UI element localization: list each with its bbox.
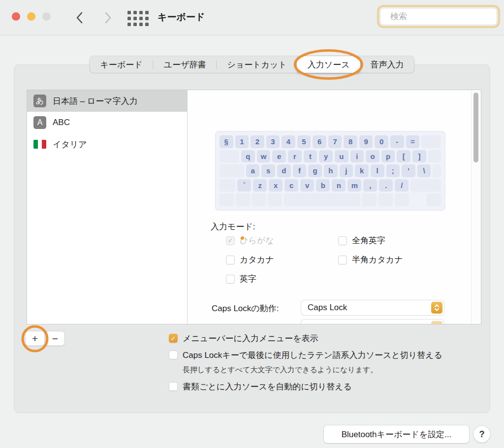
tab-label: ショートカット [227, 59, 286, 70]
input-sources-panel: あ日本語 – ローマ字入力AABCイタリア §1234567890-=qwert… [27, 90, 481, 324]
zoom-window-button[interactable] [42, 12, 51, 21]
arrow-keys-split-key [411, 193, 425, 206]
source-detail-panel: §1234567890-=qwertyuiop[]asdfghjkl;'\`zx… [188, 90, 481, 324]
detail-scrollbar-thumb[interactable] [473, 93, 478, 162]
plus-icon: + [32, 333, 38, 345]
tab-user-dictionary[interactable]: ユーザ辞書 [154, 56, 217, 73]
search-input[interactable] [389, 11, 500, 22]
key: 8 [344, 135, 357, 148]
option-label: Caps Lockキーで最後に使用したラテン語系入力ソースと切り替える [183, 350, 442, 361]
add-input-source-button[interactable]: + [26, 331, 44, 346]
key: w [257, 150, 271, 163]
checkbox-checked[interactable]: ✓ [226, 236, 235, 245]
grid-dot [127, 17, 131, 20]
option-label: メニューバーに入力メニューを表示 [183, 333, 318, 344]
key: 4 [282, 135, 295, 148]
checkbox-unchecked[interactable] [338, 256, 347, 264]
key: [ [397, 150, 410, 163]
key: l [371, 164, 384, 177]
tab-dictation[interactable]: 音声入力 [360, 56, 414, 73]
checkbox-unchecked[interactable] [226, 275, 235, 284]
show-all-preferences-grid-icon[interactable] [127, 11, 149, 25]
source-row-abc[interactable]: AABC [27, 112, 187, 133]
grid-dot [127, 11, 131, 14]
window-titlebar: キーボード [0, 0, 504, 35]
key: c [284, 179, 298, 192]
key: e [272, 150, 286, 163]
key: \ [417, 164, 431, 177]
back-button[interactable] [72, 9, 87, 26]
checkbox-unchecked[interactable] [338, 236, 347, 245]
key: r [288, 150, 302, 163]
minimize-window-button[interactable] [27, 12, 35, 21]
tab-label: キーボード [100, 59, 142, 70]
source-row-italian[interactable]: イタリア [27, 133, 187, 155]
key: / [395, 179, 409, 192]
keyboard-row: §1234567890-= [220, 135, 441, 148]
blank-key [428, 150, 441, 163]
close-window-button[interactable] [12, 12, 20, 21]
checkbox-checked[interactable]: ✓ [169, 334, 178, 343]
option-auto-switch-per-document: 書類ごとに入力ソースを自動的に切り替える [169, 381, 494, 392]
blank-key [362, 193, 377, 206]
keyboard-row: asdfghjkl;'\ [220, 164, 441, 177]
caps-lock-behavior-dropdown[interactable]: Caps Lock [301, 300, 444, 315]
key: h [324, 164, 338, 177]
input-mode-options: ✓ひらがなカタカナ英字全角英字半角カタカナ [226, 235, 421, 285]
keyboard-row: `zxcvbnm,./ [220, 179, 441, 192]
key: 3 [266, 135, 280, 148]
setup-bluetooth-keyboard-button[interactable]: Bluetoothキーボードを設定... [324, 425, 469, 443]
tab-keyboard[interactable]: キーボード [90, 56, 153, 73]
key: k [355, 164, 369, 177]
key: = [406, 135, 420, 148]
input-mode-option: 半角カタカナ [338, 254, 421, 265]
blank-key [410, 179, 441, 192]
search-field[interactable] [380, 8, 497, 25]
key: 0 [375, 135, 388, 148]
grid-dot [127, 23, 131, 26]
detail-scrollbar-track[interactable] [471, 90, 481, 324]
key: 9 [359, 135, 373, 148]
key: . [379, 179, 393, 192]
key: o [366, 150, 379, 163]
source-label: 日本語 – ローマ字入力 [53, 96, 138, 107]
key: v [300, 179, 314, 192]
input-mode-option-label: カタカナ [240, 254, 274, 265]
keyboard-row [220, 193, 441, 206]
checkbox-unchecked[interactable] [169, 382, 178, 391]
source-label: ABC [53, 118, 70, 128]
input-source-badge-icon: あ [33, 95, 46, 107]
key: 5 [297, 135, 311, 148]
grid-dot [145, 17, 149, 20]
checkbox-unchecked[interactable] [226, 256, 235, 264]
key: b [316, 179, 330, 192]
checkbox-unchecked[interactable] [169, 351, 178, 359]
remove-input-source-button[interactable]: − [46, 331, 64, 346]
key: p [381, 150, 395, 163]
partially-visible-dropdown[interactable] [301, 320, 444, 324]
keyboard-layout-preview: §1234567890-=qwertyuiop[]asdfghjkl;'\`zx… [215, 131, 445, 211]
flag-stripe [42, 140, 46, 149]
input-mode-column: ✓ひらがなカタカナ英字 [226, 235, 309, 285]
help-button[interactable]: ? [473, 426, 490, 443]
blank-key [268, 193, 282, 206]
input-mode-option: 英字 [226, 273, 309, 285]
key: m [347, 179, 361, 192]
input-mode-option: カタカナ [226, 254, 309, 265]
source-row-japanese-romaji[interactable]: あ日本語 – ローマ字入力 [27, 90, 187, 112]
grid-dot [133, 23, 137, 26]
input-mode-option-label: ひらがな [240, 235, 274, 246]
blank-key [427, 193, 441, 206]
key: ` [237, 179, 251, 192]
dropdown-stepper-icon [431, 302, 442, 314]
checkmark-icon: ✓ [171, 335, 176, 342]
blank-key [220, 193, 234, 206]
option-caps-lock-switch-latin-source: Caps Lockキーで最後に使用したラテン語系入力ソースと切り替える [169, 350, 494, 360]
tab-input-sources[interactable]: 入力ソース [297, 56, 360, 73]
tab-shortcuts[interactable]: ショートカット [217, 56, 297, 73]
input-mode-label: 入力モード: [211, 221, 255, 232]
keyboard-row: qwertyuiop[] [220, 150, 441, 163]
forward-button[interactable] [100, 9, 115, 26]
grid-dot [145, 11, 149, 14]
blank-key [220, 150, 239, 163]
